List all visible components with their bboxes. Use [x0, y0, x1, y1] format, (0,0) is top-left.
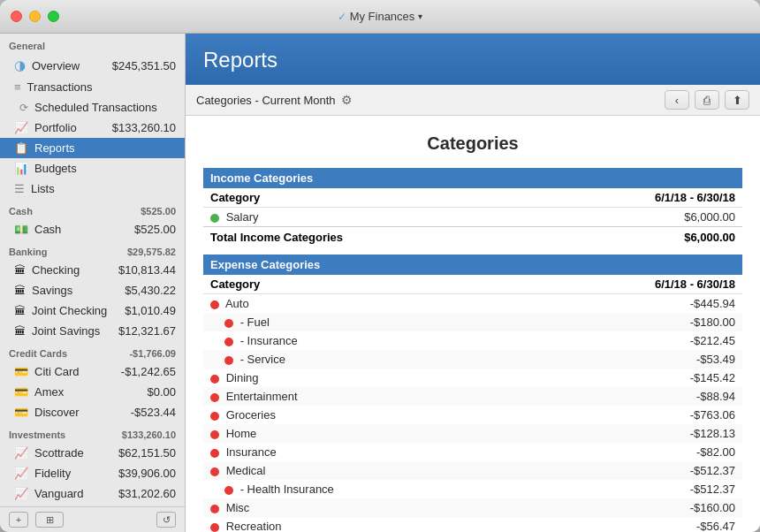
sidebar-item-fidelity[interactable]: 📈 Fidelity $39,906.00 [0, 463, 185, 483]
sidebar-item-scheduled[interactable]: ⟳ Scheduled Transactions [0, 97, 185, 118]
sidebar-item-amex[interactable]: 💳 Amex $0.00 [0, 382, 185, 402]
fidelity-icon: 📈 [14, 467, 28, 480]
sidebar-item-joint-checking[interactable]: 🏛 Joint Checking $1,010.49 [0, 300, 185, 321]
sidebar-item-reports[interactable]: 📋 Reports [0, 138, 185, 158]
nav-back-button[interactable]: ‹ [665, 90, 689, 110]
edit-account-button[interactable]: ⊞ [35, 512, 64, 528]
expense-row-name-1: - Fuel [203, 313, 575, 331]
sidebar-item-joint-savings[interactable]: 🏛 Joint Savings $12,321.67 [0, 321, 185, 341]
expense-row-amount-4: -$145.42 [575, 369, 742, 387]
overview-label: Overview [32, 59, 106, 72]
cash-section-amount: $525.00 [141, 206, 176, 217]
income-total-amount: $6,000.00 [531, 227, 742, 248]
expense-row-4: Dining -$145.42 [203, 369, 742, 387]
sidebar-item-vanguard[interactable]: 📈 Vanguard $31,202.60 [0, 483, 185, 504]
window-title: ✓ My Finances ▾ [338, 10, 423, 23]
checking-amount: $10,813.44 [118, 263, 176, 277]
sidebar-item-savings[interactable]: 🏛 Savings $5,430.22 [0, 280, 185, 300]
sidebar-item-citi[interactable]: 💳 Citi Card -$1,242.65 [0, 361, 185, 382]
expense-row-3: - Service -$53.49 [203, 350, 742, 369]
dot-10 [224, 486, 233, 495]
expense-row-name-7: Home [203, 424, 575, 443]
report-table: Income Categories Category 6/1/18 - 6/30… [203, 168, 742, 294]
lists-label: Lists [31, 182, 176, 195]
sidebar-footer: + ⊞ ↺ [0, 506, 185, 532]
salary-amount: $6,000.00 [531, 208, 742, 227]
minimize-button[interactable] [29, 11, 41, 22]
expense-row-name-8: Insurance [203, 443, 575, 461]
print-button[interactable]: ⎙ [695, 90, 719, 110]
expense-row-name-4: Dining [203, 369, 575, 387]
add-account-button[interactable]: + [9, 512, 28, 528]
amex-amount: $0.00 [147, 385, 176, 399]
expense-row-2: - Insurance -$212.45 [203, 331, 742, 350]
report-area: Categories Income Categories Category 6/… [186, 116, 760, 532]
expense-row-12: Recreation -$56.47 [203, 517, 742, 532]
sidebar-item-scottrade[interactable]: 📈 Scottrade $62,151.50 [0, 443, 185, 463]
dot-6 [210, 412, 219, 421]
transactions-label: Transactions [27, 80, 176, 94]
col-category-label: Category [203, 188, 531, 208]
expense-row-amount-3: -$53.49 [575, 350, 742, 369]
expense-row-amount-6: -$763.06 [575, 406, 742, 424]
report-title: Categories [203, 133, 742, 154]
banking-label: Banking [9, 247, 47, 257]
citi-label: Citi Card [34, 365, 115, 378]
savings-icon: 🏛 [14, 284, 26, 297]
sidebar-item-checking[interactable]: 🏛 Checking $10,813.44 [0, 260, 185, 280]
cash-section-label: Cash [9, 206, 33, 217]
scottrade-icon: 📈 [14, 446, 28, 460]
expense-row-name-0: Auto [203, 294, 575, 313]
toolbar-actions: ‹ ⎙ ⬆ [665, 90, 749, 110]
content-panel: Reports Categories - Current Month ⚙ ‹ ⎙… [186, 34, 760, 532]
cash-amount: $525.00 [134, 223, 176, 236]
window-title-text: My Finances [350, 10, 415, 23]
joint-savings-icon: 🏛 [14, 324, 26, 338]
joint-checking-amount: $1,010.49 [125, 304, 176, 317]
refresh-button[interactable]: ↺ [156, 512, 176, 528]
budgets-label: Budgets [34, 162, 176, 175]
section-general: General [0, 34, 185, 54]
salary-label: Salary [226, 210, 259, 224]
joint-checking-label: Joint Checking [32, 304, 118, 317]
dot-8 [210, 449, 219, 458]
settings-icon[interactable]: ⚙ [341, 93, 353, 107]
sidebar-item-budgets[interactable]: 📊 Budgets [0, 158, 185, 179]
sidebar-item-portfolio[interactable]: 📈 Portfolio $133,260.10 [0, 118, 185, 138]
dot-5 [210, 393, 219, 402]
vanguard-icon: 📈 [14, 487, 28, 500]
section-credit: Credit Cards -$1,766.09 [0, 341, 185, 361]
section-banking: Banking $29,575.82 [0, 239, 185, 260]
expense-data-table: Auto -$445.94 - Fuel -$180.00 - Insuranc… [203, 294, 742, 532]
reports-label: Reports [34, 141, 176, 155]
expense-row-name-12: Recreation [203, 517, 575, 532]
section-cash: Cash $525.00 [0, 199, 185, 219]
sidebar-item-overview[interactable]: ◑ Overview $245,351.50 [0, 54, 185, 77]
page-title: Reports [203, 48, 742, 72]
expense-row-10: - Health Insurance -$512.37 [203, 480, 742, 498]
traffic-lights [11, 11, 59, 22]
maximize-button[interactable] [48, 11, 59, 22]
discover-icon: 💳 [14, 406, 28, 419]
investments-label: Investments [9, 429, 65, 440]
export-button[interactable]: ⬆ [725, 90, 749, 110]
expense-row-1: - Fuel -$180.00 [203, 313, 742, 331]
expense-row-8: Insurance -$82.00 [203, 443, 742, 461]
fidelity-amount: $39,906.00 [118, 467, 176, 480]
section-investments: Investments $133,260.10 [0, 422, 185, 443]
scottrade-label: Scottrade [34, 446, 112, 460]
scheduled-label: Scheduled Transactions [34, 101, 176, 114]
sidebar-item-cash[interactable]: 💵 Cash $525.00 [0, 219, 185, 239]
sidebar-item-discover[interactable]: 💳 Discover -$523.44 [0, 402, 185, 422]
lists-icon: ☰ [14, 182, 25, 195]
expense-section-header: Expense Categories [203, 255, 742, 275]
expense-col-category: Category [203, 275, 531, 294]
close-button[interactable] [11, 11, 22, 22]
dot-1 [224, 319, 233, 328]
savings-label: Savings [32, 284, 118, 297]
sidebar-item-lists[interactable]: ☰ Lists [0, 179, 185, 199]
sidebar-item-transactions[interactable]: ≡ Transactions [0, 77, 185, 97]
dot-0 [210, 300, 219, 309]
income-section-label: Income Categories [203, 168, 742, 188]
dot-3 [224, 356, 233, 365]
